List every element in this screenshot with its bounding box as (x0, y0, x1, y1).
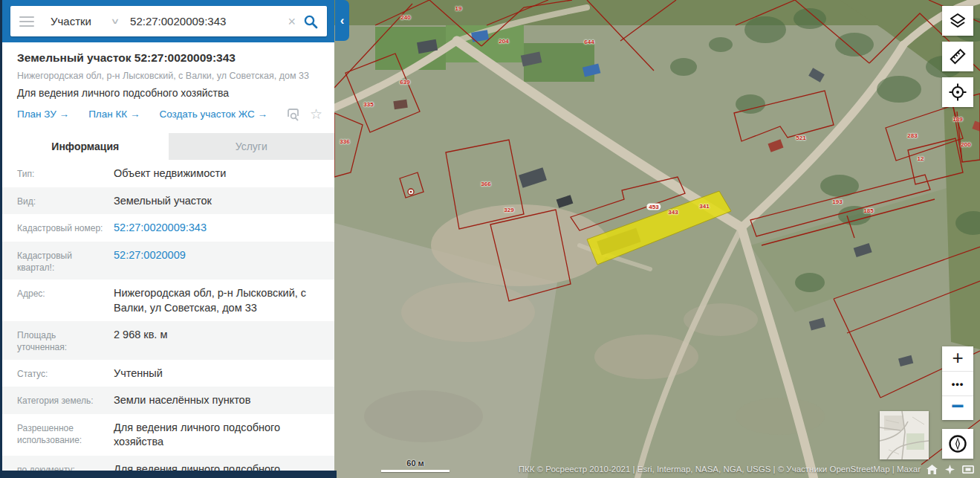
row-label: Адрес: (2, 286, 114, 315)
row-label: Вид: (2, 194, 114, 209)
zoom-in-button[interactable]: + (942, 346, 973, 371)
table-row: Кадастровый квартал!: 52:27:0020009 (2, 242, 334, 280)
page-title: Земельный участок 52:27:0020009:343 (17, 51, 319, 65)
scale-label: 60 м (381, 459, 450, 468)
tab[interactable]: Информация (2, 133, 169, 160)
zoom-control: + ••• − (942, 346, 973, 420)
row-value: Земельный участок (114, 194, 334, 209)
bottom-right-tools (927, 465, 974, 474)
scale-bar: 60 м (381, 459, 450, 472)
table-row: Вид: Земельный участок (2, 187, 334, 215)
menu-icon[interactable] (19, 16, 34, 27)
map-attribution: ПКК © Росреестр 2010-2021 | Esri, Interm… (519, 465, 921, 474)
action-links: План ЗУ →План КК →Создать участок ЖС → ☆ (17, 107, 319, 121)
layers-button[interactable] (942, 6, 973, 36)
action-link[interactable]: План ЗУ → (17, 109, 69, 120)
row-label: Тип: (2, 167, 114, 181)
overview-minimap[interactable] (880, 411, 929, 459)
search-category-dropdown[interactable]: Участки ∨ (51, 15, 118, 28)
home-icon[interactable] (927, 465, 938, 474)
table-row: Категория земель: Земли населённых пункт… (2, 387, 334, 414)
compass-button[interactable] (942, 429, 973, 459)
attributes-table: Тип: Объект недвижимости Вид: Земельный … (2, 160, 334, 478)
panel-tabs: Информация Услуги (2, 133, 334, 160)
chevron-down-icon: ∨ (111, 16, 120, 26)
object-header: Земельный участок 52:27:0020009:343 Ниже… (2, 42, 334, 129)
table-row: Тип: Объект недвижимости (2, 160, 334, 187)
scale-line (381, 470, 450, 472)
row-label: Кадастровый номер: (2, 221, 114, 236)
search-strip: Участки ∨ × (2, 0, 334, 42)
row-value: Для ведения личного подсобного хозяйства (114, 421, 334, 450)
map-canvas[interactable]: 240 19 204 644 639 335 336 366 329 453 3… (334, 0, 980, 478)
table-row: Статус: Учтенный (2, 360, 334, 387)
search-icon[interactable] (303, 14, 318, 29)
row-value: 52:27:0020009 (114, 248, 334, 274)
my-location-button[interactable] (942, 77, 973, 107)
zoom-levels-button[interactable]: ••• (942, 371, 973, 395)
clear-search-icon[interactable]: × (285, 15, 299, 28)
table-row: Кадастровый номер: 52:27:0020009:343 (2, 214, 334, 242)
ruler-icon (948, 47, 967, 66)
table-row: Разрешенное использование: Для ведения л… (2, 414, 334, 456)
row-value: Учтенный (114, 366, 334, 381)
info-panel: Участки ∨ × Земельный участок 52:27:0020… (0, 0, 334, 478)
row-label: Статус: (2, 366, 114, 381)
extent-icon[interactable] (962, 465, 974, 474)
panel-bottom-bar (2, 471, 337, 478)
minimap-content (880, 411, 929, 459)
row-label: Кадастровый квартал!: (2, 248, 114, 274)
object-purpose: Для ведения личного подсобного хозяйства (17, 87, 319, 99)
target-icon (948, 83, 967, 102)
tab[interactable]: Услуги (169, 133, 335, 160)
favorite-star-icon[interactable]: ☆ (310, 107, 322, 121)
layers-icon (948, 11, 967, 30)
action-link[interactable]: Создать участок ЖС → (159, 109, 267, 120)
zoom-to-object-icon[interactable] (287, 108, 301, 121)
search-input[interactable] (130, 15, 285, 28)
row-label: Категория земель: (2, 393, 114, 408)
table-row: Адрес: Нижегородская обл, р-н Лысковский… (2, 280, 334, 321)
row-value: Объект недвижимости (114, 167, 334, 181)
row-value: Земли населённых пунктов (114, 393, 334, 408)
satellite-terrain (334, 0, 980, 478)
app-window: 240 19 204 644 639 335 336 366 329 453 3… (0, 0, 980, 478)
action-link[interactable]: План КК → (88, 109, 140, 120)
marker-diamond-icon[interactable] (945, 465, 955, 474)
object-address: Нижегородская обл, р-н Лысковский, с Вал… (17, 71, 319, 81)
collapse-panel-button[interactable]: ‹ (335, 0, 349, 41)
search-category-label: Участки (51, 15, 91, 28)
row-value: Нижегородская обл, р-н Лысковский, с Вал… (114, 286, 334, 315)
zoom-out-button[interactable]: − (942, 395, 973, 420)
row-label: Разрешенное использование: (2, 421, 114, 450)
measure-button[interactable] (942, 42, 973, 71)
row-value: 2 968 кв. м (114, 328, 334, 353)
search-box: Участки ∨ × (10, 6, 327, 36)
compass-icon (947, 433, 968, 454)
table-row: Площадь уточненная: 2 968 кв. м (2, 321, 334, 359)
row-label: Площадь уточненная: (2, 328, 114, 353)
row-value: 52:27:0020009:343 (114, 221, 334, 236)
